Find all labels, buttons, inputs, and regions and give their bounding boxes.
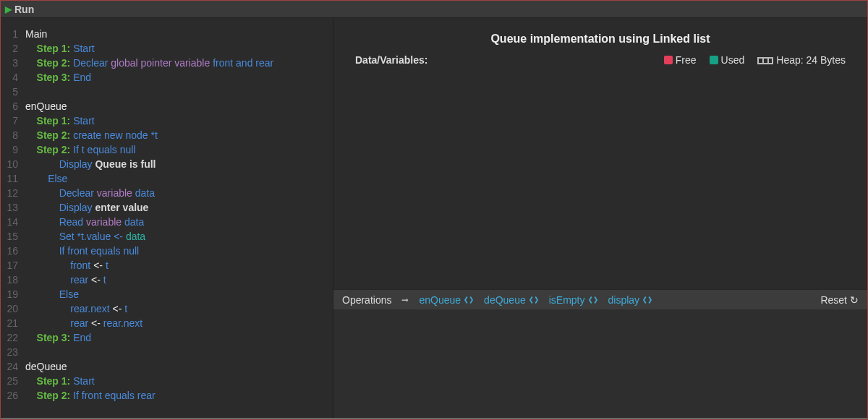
line-number: 17	[1, 258, 25, 273]
code-text: front <- t	[25, 258, 333, 273]
line-number: 1	[1, 27, 25, 41]
legend-free: Free	[664, 54, 697, 66]
code-line[interactable]: 17 front <- t	[1, 258, 333, 273]
code-line[interactable]: 8 Step 2: create new node *t	[1, 128, 333, 142]
code-text: If front equals null	[25, 244, 333, 258]
line-number: 5	[1, 85, 25, 99]
legend-used: Used	[710, 54, 745, 66]
visualizer-title: Queue implementation using Linked list	[333, 18, 867, 53]
line-number: 3	[1, 56, 25, 70]
code-text: Display Queue is full	[25, 157, 333, 171]
code-text: Declear variable data	[25, 186, 333, 200]
code-text	[25, 85, 333, 99]
code-editor[interactable]: 1Main2 Step 1: Start3 Step 2: Declear gl…	[1, 18, 333, 418]
main-area: 1Main2 Step 1: Start3 Step 2: Declear gl…	[1, 18, 867, 418]
line-number: 8	[1, 128, 25, 142]
line-number: 20	[1, 301, 25, 316]
code-text: rear.next <- t	[25, 301, 333, 316]
free-swatch-icon	[664, 56, 673, 64]
code-line[interactable]: 9 Step 2: If t equals null	[1, 142, 333, 157]
code-line[interactable]: 24deQueue	[1, 359, 333, 374]
code-line[interactable]: 22 Step 3: End	[1, 330, 333, 345]
line-number: 18	[1, 273, 25, 287]
line-number: 25	[1, 374, 25, 388]
code-text: Step 3: End	[25, 330, 333, 345]
code-line[interactable]: 13 Display enter value	[1, 200, 333, 215]
code-line[interactable]: 3 Step 2: Declear global pointer variabl…	[1, 56, 333, 70]
line-number: 21	[1, 316, 25, 330]
line-number: 26	[1, 388, 25, 403]
refresh-icon: ↻	[850, 294, 859, 306]
code-line[interactable]: 21 rear <- rear.next	[1, 316, 333, 330]
code-line[interactable]: 26 Step 2: If front equals rear	[1, 388, 333, 403]
datavars-label: Data/Variables:	[355, 54, 427, 66]
toolbar: ▶ Run	[1, 1, 867, 18]
line-number: 23	[1, 345, 25, 359]
operation-label: deQueue	[484, 294, 526, 306]
operation-label: display	[608, 294, 640, 306]
line-number: 6	[1, 99, 25, 113]
code-text: Else	[25, 287, 333, 301]
code-icon	[588, 296, 598, 304]
line-number: 19	[1, 287, 25, 301]
code-text: Step 1: Start	[25, 41, 333, 56]
line-number: 15	[1, 229, 25, 244]
operations-bar: Operations ➞ enQueue deQueue isEmpty dis…	[333, 289, 867, 309]
code-text: Step 2: If t equals null	[25, 142, 333, 157]
output-area	[333, 309, 867, 418]
operation-isempty[interactable]: isEmpty	[549, 294, 598, 306]
code-line[interactable]: 15 Set *t.value <- data	[1, 229, 333, 244]
line-number: 24	[1, 359, 25, 374]
code-line[interactable]: 14 Read variable data	[1, 215, 333, 229]
code-text: rear <- t	[25, 273, 333, 287]
code-icon	[642, 296, 652, 304]
code-line[interactable]: 5	[1, 85, 333, 99]
datavars-bar: Data/Variables: Free Used Heap: 24 Bytes	[333, 53, 867, 73]
code-text: Step 2: create new node *t	[25, 128, 333, 142]
code-line[interactable]: 20 rear.next <- t	[1, 301, 333, 316]
line-number: 13	[1, 200, 25, 215]
visualizer-canvas	[333, 73, 867, 289]
code-line[interactable]: 7 Step 1: Start	[1, 113, 333, 128]
operation-display[interactable]: display	[608, 294, 653, 306]
arrow-icon: ➞	[401, 295, 409, 305]
visualizer-pane: Queue implementation using Linked list D…	[333, 18, 867, 418]
code-text: Main	[25, 27, 333, 41]
code-line[interactable]: 1Main	[1, 27, 333, 41]
heap-info: Heap: 24 Bytes	[757, 54, 846, 66]
line-number: 14	[1, 215, 25, 229]
line-number: 11	[1, 171, 25, 186]
operation-label: enQueue	[419, 294, 461, 306]
code-line[interactable]: 10 Display Queue is full	[1, 157, 333, 171]
operation-dequeue[interactable]: deQueue	[484, 294, 539, 306]
code-line[interactable]: 6enQueue	[1, 99, 333, 113]
code-text: Step 2: If front equals rear	[25, 388, 333, 403]
code-line[interactable]: 4 Step 3: End	[1, 70, 333, 85]
code-line[interactable]: 19 Else	[1, 287, 333, 301]
line-number: 16	[1, 244, 25, 258]
code-text	[25, 345, 333, 359]
code-line[interactable]: 16 If front equals null	[1, 244, 333, 258]
operation-enqueue[interactable]: enQueue	[419, 294, 474, 306]
code-text: Step 2: Declear global pointer variable …	[25, 56, 333, 70]
line-number: 4	[1, 70, 25, 85]
code-line[interactable]: 11 Else	[1, 171, 333, 186]
reset-button[interactable]: Reset ↻	[820, 294, 859, 306]
code-line[interactable]: 2 Step 1: Start	[1, 41, 333, 56]
code-text: rear <- rear.next	[25, 316, 333, 330]
code-line[interactable]: 25 Step 1: Start	[1, 374, 333, 388]
code-text: Step 1: Start	[25, 113, 333, 128]
code-line[interactable]: 18 rear <- t	[1, 273, 333, 287]
code-text: enQueue	[25, 99, 333, 113]
code-text: Step 3: End	[25, 70, 333, 85]
code-line[interactable]: 12 Declear variable data	[1, 186, 333, 200]
line-number: 12	[1, 186, 25, 200]
code-text: Step 1: Start	[25, 374, 333, 388]
code-text: Set *t.value <- data	[25, 229, 333, 244]
run-button[interactable]: Run	[14, 4, 34, 15]
code-text: Else	[25, 171, 333, 186]
line-number: 10	[1, 157, 25, 171]
code-icon	[464, 296, 474, 304]
code-line[interactable]: 23	[1, 345, 333, 359]
run-icon[interactable]: ▶	[5, 4, 12, 14]
